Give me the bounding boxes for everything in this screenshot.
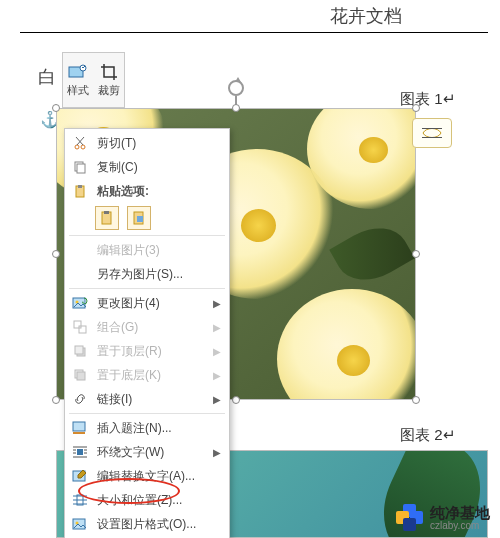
chevron-right-icon: ▶: [213, 298, 221, 309]
selection-handle-nw[interactable]: [52, 104, 60, 112]
context-menu: 剪切(T) 复制(C) 粘贴选项: 编辑图片(3) 另存为图片(S)... 更改…: [64, 128, 230, 538]
chevron-right-icon: ▶: [213, 346, 221, 357]
menu-insert-caption-label: 插入题注(N)...: [97, 420, 221, 437]
crop-icon: [99, 63, 119, 81]
watermark-cn: 纯净基地: [430, 505, 490, 521]
paste-option-2[interactable]: [127, 206, 151, 230]
menu-copy-label: 复制(C): [97, 159, 221, 176]
style-label: 样式: [67, 83, 89, 98]
watermark-logo: [396, 504, 424, 532]
menu-size-position-label: 大小和位置(Z)...: [97, 492, 221, 509]
chevron-right-icon: ▶: [213, 322, 221, 333]
menu-format-picture[interactable]: 设置图片格式(O)...: [65, 512, 229, 536]
menu-send-back-label: 置于底层(K): [97, 367, 205, 384]
menu-save-as-picture[interactable]: 另存为图片(S)...: [65, 262, 229, 286]
svg-rect-21: [77, 372, 85, 380]
menu-change-picture[interactable]: 更改图片(4) ▶: [65, 291, 229, 315]
svg-rect-13: [137, 216, 143, 222]
menu-wrap-text[interactable]: 环绕文字(W) ▶: [65, 440, 229, 464]
size-position-icon: [71, 491, 89, 509]
style-icon: [68, 63, 88, 81]
cut-icon: [71, 134, 89, 152]
menu-change-picture-label: 更改图片(4): [97, 295, 205, 312]
paste-option-1[interactable]: [95, 206, 119, 230]
chevron-right-icon: ▶: [213, 394, 221, 405]
menu-cut[interactable]: 剪切(T): [65, 131, 229, 155]
format-toolbar: 样式 裁剪: [62, 52, 125, 108]
menu-insert-caption[interactable]: 插入题注(N)...: [65, 416, 229, 440]
paste-icon: [71, 182, 89, 200]
svg-rect-19: [75, 346, 83, 354]
menu-wrap-text-label: 环绕文字(W): [97, 444, 205, 461]
menu-edit-picture: 编辑图片(3): [65, 238, 229, 262]
left-char: 白: [38, 65, 56, 89]
link-icon: [71, 390, 89, 408]
alt-text-icon: [71, 467, 89, 485]
menu-format-picture-label: 设置图片格式(O)...: [97, 516, 221, 533]
group-icon: [71, 318, 89, 336]
document-title: 花卉文档: [330, 4, 402, 28]
paste-row: [65, 203, 229, 233]
title-underline: [20, 32, 488, 33]
menu-separator: [69, 235, 225, 236]
menu-link-label: 链接(I): [97, 391, 205, 408]
menu-save-as-picture-label: 另存为图片(S)...: [97, 266, 221, 283]
chart-caption-1: 图表 1↵: [400, 90, 456, 109]
menu-separator: [69, 288, 225, 289]
svg-rect-2: [422, 128, 442, 129]
menu-cut-label: 剪切(T): [97, 135, 221, 152]
svg-rect-17: [79, 326, 86, 333]
chart-caption-2: 图表 2↵: [400, 426, 456, 445]
layout-options-button[interactable]: [412, 118, 452, 148]
selection-handle-ne[interactable]: [412, 104, 420, 112]
menu-copy[interactable]: 复制(C): [65, 155, 229, 179]
svg-rect-23: [73, 432, 85, 434]
menu-group-label: 组合(G): [97, 319, 205, 336]
svg-rect-16: [74, 321, 81, 328]
svg-rect-9: [78, 185, 82, 188]
caption-icon: [71, 419, 89, 437]
svg-rect-7: [77, 164, 85, 173]
selection-handle-s[interactable]: [232, 396, 240, 404]
menu-paste-options-label: 粘贴选项:: [97, 183, 221, 200]
selection-handle-se[interactable]: [412, 396, 420, 404]
watermark-en: czlaby.com: [430, 521, 490, 532]
format-picture-icon: [71, 515, 89, 533]
wrap-text-icon: [71, 443, 89, 461]
chevron-right-icon: ▶: [213, 447, 221, 458]
svg-point-4: [75, 145, 79, 149]
bring-front-icon: [71, 342, 89, 360]
menu-bring-front: 置于顶层(R) ▶: [65, 339, 229, 363]
menu-send-back: 置于底层(K) ▶: [65, 363, 229, 387]
menu-link[interactable]: 链接(I) ▶: [65, 387, 229, 411]
menu-bring-front-label: 置于顶层(R): [97, 343, 205, 360]
svg-rect-24: [77, 449, 83, 455]
rotate-handle[interactable]: [228, 80, 244, 96]
watermark: 纯净基地 czlaby.com: [396, 504, 490, 532]
selection-handle-w[interactable]: [52, 250, 60, 258]
svg-rect-22: [73, 422, 85, 431]
selection-handle-sw[interactable]: [52, 396, 60, 404]
crop-label: 裁剪: [98, 83, 120, 98]
menu-edit-alt-text[interactable]: 编辑替换文字(A)...: [65, 464, 229, 488]
menu-edit-picture-label: 编辑图片(3): [97, 242, 221, 259]
svg-point-5: [81, 145, 85, 149]
selection-handle-e[interactable]: [412, 250, 420, 258]
style-button[interactable]: 样式: [63, 53, 94, 107]
selection-handle-n[interactable]: [232, 104, 240, 112]
menu-size-position[interactable]: 大小和位置(Z)...: [65, 488, 229, 512]
menu-separator: [69, 413, 225, 414]
chevron-right-icon: ▶: [213, 370, 221, 381]
menu-paste-options: 粘贴选项:: [65, 179, 229, 203]
svg-rect-11: [104, 211, 109, 214]
menu-edit-alt-text-label: 编辑替换文字(A)...: [97, 468, 221, 485]
send-back-icon: [71, 366, 89, 384]
change-picture-icon: [71, 294, 89, 312]
copy-icon: [71, 158, 89, 176]
svg-rect-3: [422, 137, 442, 138]
crop-button[interactable]: 裁剪: [94, 53, 125, 107]
menu-group: 组合(G) ▶: [65, 315, 229, 339]
